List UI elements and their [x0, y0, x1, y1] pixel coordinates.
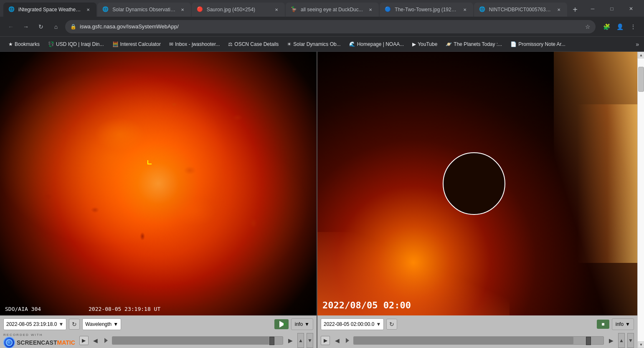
left-info-button[interactable]: info ▼ [291, 318, 313, 330]
right-info-arrow: ▼ [625, 321, 630, 327]
left-scroll-up-button[interactable]: ▼ [307, 333, 313, 348]
tab-3[interactable]: 🔴 Sauron.jpg (450×254) ✕ [192, 3, 285, 17]
bookmarks-bar: ★ Bookmarks 💱 USD IQD | Iraqi Din... 🧮 I… [0, 37, 644, 52]
lasco-image: 2022/08/05 02:00 [317, 52, 637, 315]
maximize-button[interactable]: □ [602, 3, 621, 15]
left-timeline[interactable] [112, 336, 283, 345]
tab-1-title: iNtegrated Space Weather ... [18, 7, 81, 13]
bookmark-youtube-label: YouTube [418, 41, 437, 47]
tab-4[interactable]: 🦆 all seeing eye at DuckDuc... ✕ [286, 3, 379, 17]
left-marker-triangle [104, 338, 108, 343]
tab-2-close[interactable]: ✕ [179, 6, 186, 13]
right-step-forward-button[interactable]: ▶ [606, 336, 616, 345]
right-datetime-select[interactable]: 2022-08-05 02:00:00.0 ▼ [321, 318, 384, 330]
coronagraph-occulter [443, 152, 505, 215]
corona-ray-2 [562, 104, 637, 262]
left-playback-bar: RECORDED WITH SCREENCASTMATIC ▶ ◀ [0, 333, 317, 348]
bookmark-bookmarks[interactable]: ★ Bookmarks [5, 40, 43, 49]
right-panel: 2022/08/05 02:00 2022-08-05 02:00:00.0 ▼… [317, 52, 637, 348]
left-controls-bar: 2022-08-05 23:19:18.0 ▼ ↻ Wavelength ▼ i… [0, 315, 317, 333]
bookmark-usd[interactable]: 💱 USD IQD | Iraqi Din... [45, 40, 107, 49]
scrollbar-up-button[interactable]: ▲ [638, 52, 644, 58]
tab-2[interactable]: 🌐 Solar Dynamics Observatio... ✕ [97, 3, 190, 17]
left-datetime-select[interactable]: 2022-08-05 23:19:18.0 ▼ [3, 318, 66, 330]
bookmark-usd-icon: 💱 [48, 41, 54, 47]
scrollbar-thumb[interactable] [638, 67, 644, 92]
bookmark-solar-icon: ☀ [287, 41, 292, 47]
bookmark-inbox[interactable]: ✉ Inbox - jwashooter... [166, 40, 223, 49]
bookmark-star-icon[interactable]: ☆ [585, 23, 591, 30]
tab-1[interactable]: 🌐 iNtegrated Space Weather ... ✕ [3, 3, 96, 17]
left-record-button[interactable] [274, 319, 289, 329]
menu-icon[interactable]: ⋮ [627, 21, 639, 33]
right-timeline-fill [354, 337, 573, 344]
tab-4-close[interactable]: ✕ [367, 6, 374, 13]
right-step-back-button[interactable]: ◀ [332, 336, 342, 345]
sun-image [0, 52, 317, 315]
bookmark-noaa[interactable]: 🌊 Homepage | NOAA... [346, 40, 408, 49]
scrollbar-track[interactable] [638, 58, 644, 341]
right-record-button[interactable]: ■ [597, 320, 609, 329]
left-scroll-down-button[interactable]: ▲ [297, 333, 304, 348]
left-step-forward-icon: ▶ [288, 337, 293, 344]
lock-icon: 🔒 [70, 24, 76, 30]
lasco-timestamp: 2022/08/05 02:00 [322, 300, 411, 310]
tab-5-close[interactable]: ✕ [461, 6, 468, 13]
bookmark-promissory[interactable]: 📄 Promissory Note Ar... [507, 40, 569, 49]
left-refresh-button[interactable]: ↻ [69, 319, 80, 330]
bookmarks-more-button[interactable]: » [636, 41, 639, 48]
left-wavelength-select[interactable]: Wavelength ▼ [82, 318, 121, 330]
profile-icon[interactable]: 👤 [614, 21, 626, 33]
right-timeline-thumb[interactable] [586, 337, 591, 345]
tab-6-close[interactable]: ✕ [555, 6, 562, 13]
back-button[interactable]: ← [5, 21, 17, 33]
right-scroll-up-button[interactable]: ▲ [618, 333, 625, 348]
tab-6[interactable]: 🌐 NINTCHDBPICT00057633... ✕ [474, 3, 567, 17]
tab-3-close[interactable]: ✕ [273, 6, 280, 13]
bookmarks-star-icon: ★ [8, 41, 13, 47]
left-timeline-fill [112, 337, 269, 344]
bookmark-planets[interactable]: 🪐 The Planets Today :... [442, 40, 505, 49]
bookmark-solar-label: Solar Dynamics Ob... [293, 41, 340, 47]
sun-hotspot-1 [95, 118, 145, 151]
left-play-button[interactable]: ▶ [79, 336, 89, 345]
tab-2-title: Solar Dynamics Observatio... [112, 7, 175, 13]
watermark-brand-text: SCREENCASTMATIC [17, 339, 75, 346]
bookmark-planets-label: The Planets Today :... [454, 41, 502, 47]
bookmark-youtube[interactable]: ▶ YouTube [409, 40, 441, 49]
right-info-button[interactable]: info ▼ [612, 318, 634, 330]
left-step-forward-button[interactable]: ▶ [286, 336, 295, 345]
url-bar[interactable]: 🔒 iswa.gsfc.nasa.gov/IswaSystemWebApp/ ☆ [65, 20, 596, 33]
forward-button[interactable]: → [20, 21, 32, 33]
bookmark-solar[interactable]: ☀ Solar Dynamics Ob... [284, 40, 344, 49]
tab-4-favicon: 🦆 [291, 6, 297, 13]
page-scrollbar: ▲ ▼ [637, 52, 644, 348]
toolbar-icons: 🧩 👤 ⋮ [601, 21, 639, 33]
left-timeline-thumb[interactable] [269, 337, 274, 345]
left-info-arrow: ▼ [304, 321, 309, 327]
right-scroll-down-button[interactable]: ▼ [627, 333, 634, 348]
url-text: iswa.gsfc.nasa.gov/IswaSystemWebApp/ [80, 23, 582, 30]
right-play-button[interactable]: ▶ [321, 336, 330, 345]
sdo-instrument-label: SDO/AIA 304 [5, 306, 41, 312]
refresh-button[interactable]: ↻ [35, 21, 47, 33]
bookmark-oscn[interactable]: ⚖ OSCN Case Details [225, 40, 282, 49]
tab-5[interactable]: 🔵 The-Two-Towers.jpg (1920... ✕ [380, 3, 473, 17]
right-refresh-button[interactable]: ↻ [386, 319, 397, 330]
close-button[interactable]: ✕ [621, 3, 641, 15]
extensions-icon[interactable]: 🧩 [601, 21, 612, 33]
tab-5-favicon: 🔵 [385, 6, 391, 13]
right-timeline[interactable] [353, 336, 604, 345]
right-datetime-arrow: ▼ [376, 321, 381, 327]
home-button[interactable]: ⌂ [50, 21, 62, 33]
scrollbar-down-button[interactable]: ▼ [638, 341, 644, 348]
right-marker [344, 336, 351, 345]
left-wavelength-arrow: ▼ [113, 321, 118, 327]
left-step-back-button[interactable]: ◀ [91, 336, 100, 345]
bookmark-inbox-label: Inbox - jwashooter... [175, 41, 220, 47]
minimize-button[interactable]: ─ [583, 3, 602, 15]
tab-1-close[interactable]: ✕ [85, 6, 91, 13]
new-tab-button[interactable]: + [568, 3, 582, 17]
bookmark-interest[interactable]: 🧮 Interest Calculator [109, 40, 164, 49]
tab-3-title: Sauron.jpg (450×254) [207, 7, 270, 13]
